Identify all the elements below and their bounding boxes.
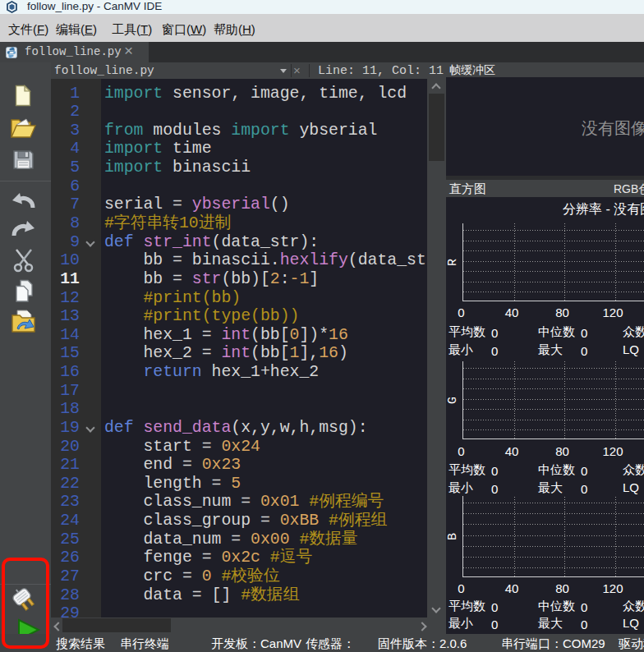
code-line: import binascii bbox=[104, 158, 251, 177]
code-line: hex_2 = int(bb[1],16) bbox=[104, 344, 348, 363]
line-number: 5 bbox=[51, 158, 80, 177]
vertical-scrollbar-thumb[interactable] bbox=[429, 94, 444, 161]
menu-1[interactable]: 文件(F) bbox=[8, 18, 48, 40]
stat-label: 最小 bbox=[448, 616, 473, 631]
line-number: 19 bbox=[51, 419, 80, 438]
stat-label: 平均数 bbox=[448, 324, 485, 340]
stat-value: 0 bbox=[491, 482, 498, 496]
copy-button[interactable] bbox=[0, 279, 51, 306]
histogram-header: 直方图 RGB色彩空间 bbox=[446, 180, 644, 197]
status-item-4: 传感器： bbox=[306, 636, 355, 652]
python-file-icon bbox=[6, 47, 17, 58]
code-line: class_group = 0xBB #例程组 bbox=[104, 512, 387, 530]
line-number: 11 bbox=[51, 270, 80, 289]
x-tick-label: 0 bbox=[458, 305, 464, 319]
status-item-1[interactable]: 搜索结果 bbox=[56, 636, 105, 652]
menu-3[interactable]: 工具(T) bbox=[112, 18, 152, 40]
line-number: 26 bbox=[51, 549, 80, 567]
code-line: #字符串转10进制 bbox=[104, 214, 231, 233]
tab-close-icon[interactable]: × bbox=[124, 42, 133, 60]
annotation-highlight-box bbox=[2, 558, 49, 649]
code-line: #print(bb) bbox=[104, 289, 241, 308]
editor-file-dropdown[interactable]: follow_line.py bbox=[54, 64, 154, 77]
stat-label: 中位数 bbox=[538, 324, 575, 340]
x-tick-label: 80 bbox=[555, 581, 569, 595]
code-area[interactable]: import sensor, image, time, lcdfrom modu… bbox=[101, 79, 427, 618]
code-line: end = 0x23 bbox=[104, 456, 241, 475]
open-folder-icon bbox=[10, 116, 37, 140]
stat-value: 0 bbox=[491, 600, 498, 614]
stat-label: LQ bbox=[623, 616, 639, 630]
line-number: 2 bbox=[51, 103, 80, 122]
line-number: 18 bbox=[51, 400, 80, 419]
stat-value: 0 bbox=[581, 482, 587, 496]
horizontal-scrollbar-thumb[interactable] bbox=[62, 618, 171, 632]
line-number: 3 bbox=[51, 122, 80, 140]
chevron-down-icon[interactable] bbox=[280, 69, 287, 73]
channel-axis-label: B bbox=[446, 496, 461, 577]
status-item-2[interactable]: 串行终端 bbox=[120, 636, 169, 652]
line-number: 17 bbox=[51, 382, 80, 401]
cut-button[interactable] bbox=[0, 248, 51, 276]
plot-area bbox=[462, 223, 644, 301]
code-line: hex_1 = int(bb[0])*16 bbox=[104, 326, 348, 345]
stat-value: 0 bbox=[491, 464, 498, 478]
canmv-logo-icon bbox=[6, 1, 18, 13]
code-line: #print(type(bb)) bbox=[104, 307, 299, 326]
line-number: 7 bbox=[51, 195, 80, 214]
save-file-button[interactable] bbox=[0, 149, 51, 173]
new-file-icon bbox=[15, 85, 31, 107]
paste-button[interactable] bbox=[0, 309, 51, 337]
scroll-left-icon[interactable] bbox=[53, 622, 62, 631]
redo-button[interactable] bbox=[0, 218, 51, 241]
paste-icon bbox=[11, 309, 36, 334]
tab-follow-line[interactable]: follow_line.py × bbox=[0, 42, 149, 62]
stat-label: 平均数 bbox=[448, 599, 485, 614]
line-number: 24 bbox=[51, 512, 80, 530]
frame-buffer-placeholder: 没有图像 bbox=[582, 117, 644, 140]
new-file-button[interactable] bbox=[0, 85, 51, 110]
toolbar-separator bbox=[309, 64, 310, 77]
code-line: return hex_1+hex_2 bbox=[104, 363, 319, 382]
menu-5[interactable]: 帮助(H) bbox=[214, 18, 255, 40]
line-number: 12 bbox=[51, 289, 80, 308]
scroll-right-icon[interactable] bbox=[417, 622, 426, 631]
line-number: 21 bbox=[51, 456, 80, 475]
line-number: 1 bbox=[51, 85, 80, 103]
stat-label: 最小 bbox=[448, 480, 473, 496]
histogram-area: 分辨率 - 没有图像 R04080120平均数0中位数0众数最小0最大0LQG0… bbox=[446, 197, 644, 634]
cursor-position: Line: 11, Col: 11 bbox=[314, 64, 444, 78]
line-number: 13 bbox=[51, 307, 80, 326]
fold-marker-icon[interactable] bbox=[85, 423, 94, 432]
line-number: 10 bbox=[51, 251, 80, 270]
cut-icon bbox=[12, 248, 36, 273]
stat-label: 众数 bbox=[623, 324, 644, 340]
fold-marker-icon[interactable] bbox=[85, 237, 94, 246]
undo-button[interactable] bbox=[0, 191, 51, 214]
menu-bar: 文件(F)编辑(E)工具(T)窗口(W)帮助(H) bbox=[0, 14, 644, 42]
stat-label: 众数 bbox=[623, 599, 644, 614]
x-tick-label: 40 bbox=[505, 305, 519, 319]
status-item-3: 开发板：CanMV bbox=[211, 636, 301, 652]
line-number: 6 bbox=[51, 177, 80, 196]
colorspace-dropdown[interactable]: RGB色彩空间 bbox=[614, 182, 644, 197]
code-line: start = 0x24 bbox=[104, 438, 260, 457]
editor-close-icon[interactable]: × bbox=[293, 63, 301, 77]
stat-label: 中位数 bbox=[538, 462, 575, 478]
menu-4[interactable]: 窗口(W) bbox=[162, 18, 206, 40]
channel-axis-label: R bbox=[446, 223, 461, 301]
open-file-button[interactable] bbox=[0, 116, 51, 143]
tab-label: follow_line.py bbox=[25, 45, 122, 58]
code-line: bb = str(bb)[2:-1] bbox=[104, 270, 319, 289]
undo-icon bbox=[11, 191, 36, 210]
stat-value: 0 bbox=[581, 618, 587, 631]
line-number: 29 bbox=[51, 604, 80, 618]
x-tick-label: 80 bbox=[555, 444, 569, 458]
plot-area bbox=[462, 496, 644, 577]
save-icon bbox=[12, 149, 34, 170]
scroll-down-icon[interactable] bbox=[431, 604, 440, 613]
scroll-up-icon[interactable] bbox=[431, 83, 440, 92]
code-line: def send_data(x,y,w,h,msg): bbox=[104, 419, 368, 438]
menu-2[interactable]: 编辑(E) bbox=[56, 18, 97, 40]
line-number: 20 bbox=[51, 438, 80, 457]
